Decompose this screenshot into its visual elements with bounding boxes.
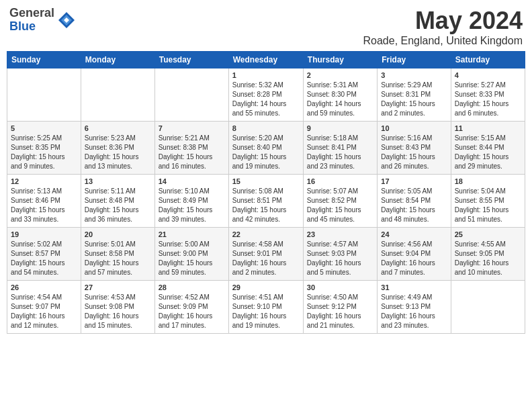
day-number: 29 [232,283,300,291]
main-title: May 2024 [363,7,523,35]
day-info: Sunrise: 5:10 AM Sunset: 8:49 PM Dayligh… [159,187,225,224]
calendar-cell [7,68,81,122]
calendar-cell: 31Sunrise: 4:49 AM Sunset: 9:13 PM Dayli… [378,281,451,334]
day-number: 28 [159,283,225,291]
calendar-cell: 7Sunrise: 5:21 AM Sunset: 8:38 PM Daylig… [154,122,228,175]
calendar-cell: 2Sunrise: 5:31 AM Sunset: 8:30 PM Daylig… [303,68,377,122]
day-info: Sunrise: 4:55 AM Sunset: 9:05 PM Dayligh… [455,240,521,277]
calendar-cell: 28Sunrise: 4:52 AM Sunset: 9:09 PM Dayli… [154,281,228,334]
calendar-cell [154,68,228,122]
calendar-cell [451,281,525,334]
logo: General Blue [9,7,76,34]
day-info: Sunrise: 4:49 AM Sunset: 9:13 PM Dayligh… [381,293,447,330]
day-number: 2 [307,71,373,79]
day-number: 27 [85,283,151,291]
calendar-cell: 5Sunrise: 5:25 AM Sunset: 8:35 PM Daylig… [7,122,81,175]
day-number: 3 [381,71,447,79]
calendar-header-tuesday: Tuesday [154,52,228,68]
calendar-cell: 12Sunrise: 5:13 AM Sunset: 8:46 PM Dayli… [7,175,81,228]
calendar-cell: 23Sunrise: 4:57 AM Sunset: 9:03 PM Dayli… [303,228,377,281]
day-number: 17 [381,177,447,185]
calendar-cell: 18Sunrise: 5:04 AM Sunset: 8:55 PM Dayli… [451,175,525,228]
calendar-week-row: 26Sunrise: 4:54 AM Sunset: 9:07 PM Dayli… [7,281,525,334]
calendar-cell: 8Sunrise: 5:20 AM Sunset: 8:40 PM Daylig… [228,122,303,175]
calendar-cell: 16Sunrise: 5:07 AM Sunset: 8:52 PM Dayli… [303,175,377,228]
calendar-header-row: SundayMondayTuesdayWednesdayThursdayFrid… [7,52,525,68]
day-number: 13 [85,177,151,185]
calendar-cell [81,68,154,122]
calendar-cell: 13Sunrise: 5:11 AM Sunset: 8:48 PM Dayli… [81,175,154,228]
calendar-header-friday: Friday [378,52,451,68]
day-info: Sunrise: 5:29 AM Sunset: 8:31 PM Dayligh… [381,81,447,118]
calendar-table: SundayMondayTuesdayWednesdayThursdayFrid… [7,51,525,334]
day-number: 18 [455,177,521,185]
day-number: 31 [381,283,447,291]
day-number: 5 [11,124,77,132]
day-number: 21 [159,230,225,238]
calendar-cell: 27Sunrise: 4:53 AM Sunset: 9:08 PM Dayli… [81,281,154,334]
day-info: Sunrise: 4:57 AM Sunset: 9:03 PM Dayligh… [307,240,373,277]
subtitle: Roade, England, United Kingdom [363,35,523,47]
calendar-cell: 4Sunrise: 5:27 AM Sunset: 8:33 PM Daylig… [451,68,525,122]
day-info: Sunrise: 5:20 AM Sunset: 8:40 PM Dayligh… [232,134,300,171]
calendar-cell: 26Sunrise: 4:54 AM Sunset: 9:07 PM Dayli… [7,281,81,334]
day-number: 6 [85,124,151,132]
calendar-cell: 15Sunrise: 5:08 AM Sunset: 8:51 PM Dayli… [228,175,303,228]
title-block: May 2024 Roade, England, United Kingdom [363,7,523,47]
day-info: Sunrise: 4:58 AM Sunset: 9:01 PM Dayligh… [232,240,300,277]
calendar-header-wednesday: Wednesday [228,52,303,68]
calendar-cell: 25Sunrise: 4:55 AM Sunset: 9:05 PM Dayli… [451,228,525,281]
day-number: 30 [307,283,373,291]
day-number: 15 [232,177,300,185]
calendar-week-row: 5Sunrise: 5:25 AM Sunset: 8:35 PM Daylig… [7,122,525,175]
day-info: Sunrise: 5:27 AM Sunset: 8:33 PM Dayligh… [455,81,521,118]
page-header: General Blue May 2024 Roade, England, Un… [7,7,525,47]
day-info: Sunrise: 5:07 AM Sunset: 8:52 PM Dayligh… [307,187,373,224]
day-number: 14 [159,177,225,185]
calendar-cell: 21Sunrise: 5:00 AM Sunset: 9:00 PM Dayli… [154,228,228,281]
calendar-cell: 9Sunrise: 5:18 AM Sunset: 8:41 PM Daylig… [303,122,377,175]
logo-text: General Blue [9,7,54,34]
day-number: 24 [381,230,447,238]
day-info: Sunrise: 4:56 AM Sunset: 9:04 PM Dayligh… [381,240,447,277]
day-info: Sunrise: 5:05 AM Sunset: 8:54 PM Dayligh… [381,187,447,224]
day-number: 11 [455,124,521,132]
day-info: Sunrise: 5:23 AM Sunset: 8:36 PM Dayligh… [85,134,151,171]
calendar-cell: 19Sunrise: 5:02 AM Sunset: 8:57 PM Dayli… [7,228,81,281]
day-number: 9 [307,124,373,132]
day-number: 23 [307,230,373,238]
day-number: 22 [232,230,300,238]
day-info: Sunrise: 5:11 AM Sunset: 8:48 PM Dayligh… [85,187,151,224]
day-info: Sunrise: 5:13 AM Sunset: 8:46 PM Dayligh… [11,187,77,224]
day-info: Sunrise: 5:04 AM Sunset: 8:55 PM Dayligh… [455,187,521,224]
logo-icon [57,11,76,30]
day-info: Sunrise: 5:25 AM Sunset: 8:35 PM Dayligh… [11,134,77,171]
day-number: 4 [455,71,521,79]
day-info: Sunrise: 5:01 AM Sunset: 8:58 PM Dayligh… [85,240,151,277]
day-info: Sunrise: 4:54 AM Sunset: 9:07 PM Dayligh… [11,293,77,330]
calendar-cell: 20Sunrise: 5:01 AM Sunset: 8:58 PM Dayli… [81,228,154,281]
day-info: Sunrise: 4:52 AM Sunset: 9:09 PM Dayligh… [159,293,225,330]
day-number: 1 [232,71,300,79]
calendar-week-row: 19Sunrise: 5:02 AM Sunset: 8:57 PM Dayli… [7,228,525,281]
calendar-header-sunday: Sunday [7,52,81,68]
calendar-header-monday: Monday [81,52,154,68]
calendar-cell: 24Sunrise: 4:56 AM Sunset: 9:04 PM Dayli… [378,228,451,281]
day-info: Sunrise: 5:15 AM Sunset: 8:44 PM Dayligh… [455,134,521,171]
calendar-cell: 30Sunrise: 4:50 AM Sunset: 9:12 PM Dayli… [303,281,377,334]
day-number: 26 [11,283,77,291]
calendar-header-thursday: Thursday [303,52,377,68]
day-number: 16 [307,177,373,185]
logo-general: General [9,7,54,20]
calendar-cell: 10Sunrise: 5:16 AM Sunset: 8:43 PM Dayli… [378,122,451,175]
day-info: Sunrise: 4:50 AM Sunset: 9:12 PM Dayligh… [307,293,373,330]
calendar-cell: 6Sunrise: 5:23 AM Sunset: 8:36 PM Daylig… [81,122,154,175]
calendar-cell: 14Sunrise: 5:10 AM Sunset: 8:49 PM Dayli… [154,175,228,228]
day-info: Sunrise: 5:31 AM Sunset: 8:30 PM Dayligh… [307,81,373,118]
day-number: 19 [11,230,77,238]
day-number: 8 [232,124,300,132]
day-number: 25 [455,230,521,238]
day-info: Sunrise: 4:53 AM Sunset: 9:08 PM Dayligh… [85,293,151,330]
day-number: 20 [85,230,151,238]
day-info: Sunrise: 5:08 AM Sunset: 8:51 PM Dayligh… [232,187,300,224]
